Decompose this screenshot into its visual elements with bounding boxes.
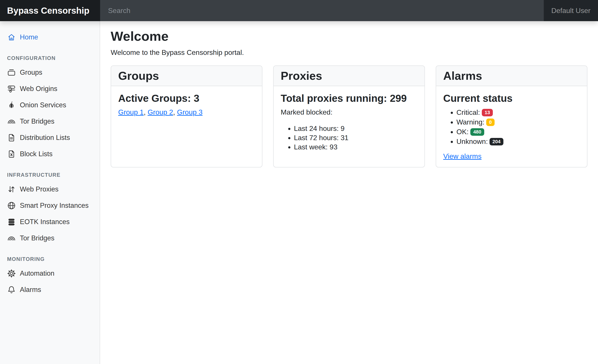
groups-card-body: Active Groups: 3 Group 1, Group 2, Group… bbox=[111, 86, 262, 167]
sidebar-item-label: Distribution Lists bbox=[20, 133, 70, 142]
sidebar-nav-configuration: Groups Web Origins Onion Services bbox=[0, 64, 100, 162]
brand-link[interactable]: Bypass Censorship bbox=[0, 0, 100, 21]
sidebar-item-tor-bridges[interactable]: Tor Bridges bbox=[0, 113, 100, 129]
proxies-card-header: Proxies bbox=[274, 66, 424, 86]
gear-icon bbox=[7, 269, 16, 278]
proxies-card-body: Total proxies running: 299 Marked blocke… bbox=[274, 86, 424, 167]
group-1-link[interactable]: Group 1 bbox=[118, 108, 144, 116]
file-text-icon bbox=[7, 133, 16, 142]
collection-icon bbox=[7, 68, 16, 77]
intro-text: Welcome to the Bypass Censorship portal. bbox=[111, 48, 587, 57]
list-item: Last 24 hours: 9 bbox=[294, 124, 417, 133]
sidebar-item-label: Web Origins bbox=[20, 84, 57, 93]
globe-icon bbox=[7, 201, 16, 210]
alarms-card-body: Current status Critical:13 Warning:0 OK:… bbox=[436, 86, 587, 167]
sidebar-item-block-lists[interactable]: Block Lists bbox=[0, 146, 100, 162]
sidebar-item-smart-proxy-instances[interactable]: Smart Proxy Instances bbox=[0, 197, 100, 214]
bell-icon bbox=[7, 285, 16, 294]
server-network-icon bbox=[7, 84, 16, 93]
sidebar-item-label: Smart Proxy Instances bbox=[20, 201, 89, 210]
sidebar-heading-infrastructure: INFRASTRUCTURE bbox=[0, 172, 100, 178]
list-item-warning: Warning:0 bbox=[457, 117, 580, 127]
status-list: Critical:13 Warning:0 OK:480 Unknown:204 bbox=[443, 107, 580, 146]
sidebar-item-label: Web Proxies bbox=[20, 185, 58, 194]
status-label: Warning: bbox=[457, 118, 484, 126]
list-item: Last week: 93 bbox=[294, 142, 417, 152]
current-status-heading: Current status bbox=[443, 92, 580, 105]
list-item-critical: Critical:13 bbox=[457, 107, 580, 117]
warning-count-badge: 0 bbox=[486, 119, 495, 126]
sidebar-item-label: Block Lists bbox=[20, 149, 52, 159]
proxies-card: Proxies Total proxies running: 299 Marke… bbox=[273, 65, 425, 168]
list-item-unknown: Unknown:204 bbox=[457, 137, 580, 146]
dashboard-cards: Groups Active Groups: 3 Group 1, Group 2… bbox=[111, 65, 587, 168]
sidebar-item-tor-bridges-infra[interactable]: Tor Bridges bbox=[0, 230, 100, 246]
groups-card-title: Groups bbox=[118, 69, 255, 83]
group-2-link[interactable]: Group 2 bbox=[148, 108, 173, 116]
top-navbar: Bypass Censorship Default User bbox=[0, 0, 598, 21]
group-links: Group 1, Group 2, Group 3 bbox=[118, 107, 255, 117]
view-alarms-link[interactable]: View alarms bbox=[443, 152, 482, 160]
list-item: Last 72 hours: 31 bbox=[294, 133, 417, 142]
status-label: Unknown: bbox=[457, 138, 488, 146]
sidebar-heading-configuration: CONFIGURATION bbox=[0, 55, 100, 61]
ok-count-badge: 480 bbox=[470, 128, 484, 136]
page-title: Welcome bbox=[111, 29, 587, 44]
sidebar-heading-monitoring: MONITORING bbox=[0, 256, 100, 262]
groups-card-header: Groups bbox=[111, 66, 262, 86]
status-label: OK: bbox=[457, 128, 469, 136]
blocked-list: Last 24 hours: 9 Last 72 hours: 31 Last … bbox=[281, 124, 417, 152]
sidebar-item-groups[interactable]: Groups bbox=[0, 64, 100, 81]
search-input[interactable] bbox=[100, 0, 544, 21]
alarms-card: Alarms Current status Critical:13 Warnin… bbox=[436, 65, 587, 168]
groups-card: Groups Active Groups: 3 Group 1, Group 2… bbox=[111, 65, 262, 168]
sidebar-nav-home: Home bbox=[0, 29, 100, 45]
group-3-link[interactable]: Group 3 bbox=[177, 108, 203, 116]
app-shell: Home CONFIGURATION Groups Web O bbox=[0, 21, 598, 364]
marked-blocked-label: Marked blocked: bbox=[281, 107, 417, 117]
status-label: Critical: bbox=[457, 108, 480, 116]
house-icon bbox=[7, 33, 16, 42]
file-x-icon bbox=[7, 150, 16, 158]
sidebar-nav-monitoring: Automation Alarms bbox=[0, 265, 100, 298]
alarms-card-header: Alarms bbox=[436, 66, 587, 86]
sidebar-item-label: Onion Services bbox=[20, 100, 66, 110]
stack-icon bbox=[7, 218, 16, 226]
rainbow-icon bbox=[7, 234, 16, 243]
proxies-card-title: Proxies bbox=[281, 69, 417, 83]
sidebar-item-alarms[interactable]: Alarms bbox=[0, 282, 100, 298]
onion-icon bbox=[7, 101, 16, 110]
separator: , bbox=[144, 108, 148, 116]
sidebar-nav-infrastructure: Web Proxies Smart Proxy Instances EOTK I… bbox=[0, 181, 100, 246]
user-menu[interactable]: Default User bbox=[544, 0, 598, 21]
separator: , bbox=[173, 108, 177, 116]
sidebar-item-distribution-lists[interactable]: Distribution Lists bbox=[0, 129, 100, 146]
sidebar-item-eotk-instances[interactable]: EOTK Instances bbox=[0, 214, 100, 230]
list-item-ok: OK:480 bbox=[457, 127, 580, 137]
sidebar-item-onion-services[interactable]: Onion Services bbox=[0, 97, 100, 113]
view-alarms-wrap: View alarms bbox=[443, 152, 580, 161]
main-content: Welcome Welcome to the Bypass Censorship… bbox=[100, 21, 598, 364]
sidebar-item-label: Alarms bbox=[20, 285, 41, 294]
arrow-down-up-icon bbox=[7, 185, 16, 194]
sidebar: Home CONFIGURATION Groups Web O bbox=[0, 21, 100, 364]
sidebar-item-automation[interactable]: Automation bbox=[0, 265, 100, 282]
sidebar-item-label: Groups bbox=[20, 68, 42, 77]
active-groups-heading: Active Groups: 3 bbox=[118, 92, 255, 105]
unknown-count-badge: 204 bbox=[490, 138, 503, 146]
sidebar-item-label: Tor Bridges bbox=[20, 117, 54, 126]
sidebar-item-home[interactable]: Home bbox=[0, 29, 100, 45]
rainbow-icon bbox=[7, 117, 16, 126]
sidebar-item-label: Home bbox=[20, 32, 38, 42]
sidebar-item-label: EOTK Instances bbox=[20, 217, 70, 226]
critical-count-badge: 13 bbox=[482, 109, 493, 116]
sidebar-item-web-origins[interactable]: Web Origins bbox=[0, 81, 100, 97]
sidebar-item-label: Tor Bridges bbox=[20, 234, 54, 243]
alarms-card-title: Alarms bbox=[443, 69, 580, 83]
total-proxies-heading: Total proxies running: 299 bbox=[281, 92, 417, 105]
sidebar-item-web-proxies[interactable]: Web Proxies bbox=[0, 181, 100, 197]
sidebar-item-label: Automation bbox=[20, 269, 54, 278]
